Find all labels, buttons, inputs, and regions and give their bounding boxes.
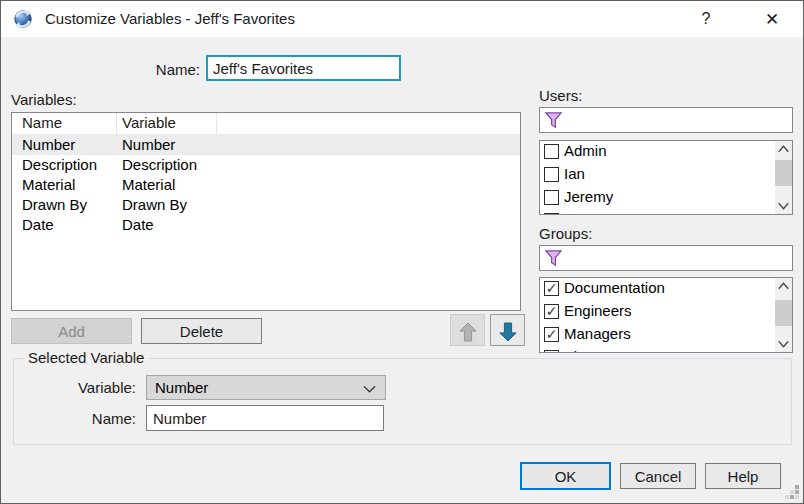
groups-list[interactable]: ✓ Documentation ✓ Engineers ✓ Managers ✓… xyxy=(539,277,793,353)
checkbox[interactable]: ✓ xyxy=(544,327,559,342)
down-arrow-icon xyxy=(499,321,517,343)
cell-variable: Date xyxy=(122,215,154,235)
cell-name: Date xyxy=(22,215,54,235)
table-row[interactable]: Date Date xyxy=(12,215,520,235)
list-item[interactable]: ✓ Managers xyxy=(540,324,792,347)
help-button[interactable]: Help xyxy=(705,463,781,489)
scrollbar[interactable] xyxy=(775,278,792,352)
user-name: Justin xyxy=(564,211,603,215)
help-titlebar-button[interactable]: ? xyxy=(683,1,729,37)
add-button[interactable]: Add xyxy=(11,318,132,344)
cell-variable: Description xyxy=(122,155,197,175)
user-name: Jeremy xyxy=(564,188,613,205)
user-name: Admin xyxy=(564,142,607,159)
list-item[interactable]: Jeremy xyxy=(540,187,792,210)
table-row[interactable]: Description Description xyxy=(12,155,520,175)
column-header-variable[interactable]: Variable xyxy=(122,114,176,131)
name-label: Name: xyxy=(101,61,200,78)
move-up-button[interactable] xyxy=(450,314,485,346)
cell-name: Drawn By xyxy=(22,195,87,215)
checkbox[interactable] xyxy=(544,144,559,159)
selected-name-input[interactable] xyxy=(146,405,384,431)
ok-button[interactable]: OK xyxy=(520,462,611,490)
cell-name: Material xyxy=(22,175,75,195)
group-name: Viewers xyxy=(564,348,617,353)
checkbox[interactable] xyxy=(544,167,559,182)
chevron-down-icon xyxy=(363,385,376,393)
customize-variables-dialog: Customize Variables - Jeff's Favorites ?… xyxy=(0,0,804,504)
list-item[interactable]: ✓ Engineers xyxy=(540,301,792,324)
column-divider xyxy=(116,113,117,135)
column-header-name[interactable]: Name xyxy=(22,114,62,131)
sync-icon xyxy=(12,8,34,30)
checkbox[interactable]: ✓ xyxy=(544,281,559,296)
scrollbar-thumb[interactable] xyxy=(775,300,792,326)
checkbox[interactable] xyxy=(544,190,559,205)
group-name: Managers xyxy=(564,325,631,342)
delete-button[interactable]: Delete xyxy=(141,318,262,344)
variables-list[interactable]: Name Variable Number Number Description … xyxy=(11,112,521,311)
group-name: Engineers xyxy=(564,302,632,319)
scrollbar[interactable] xyxy=(775,141,792,214)
close-icon[interactable]: ✕ xyxy=(747,1,797,37)
column-divider xyxy=(216,113,217,135)
groups-label: Groups: xyxy=(539,225,592,242)
checkbox[interactable]: ✓ xyxy=(544,350,559,353)
cell-variable: Material xyxy=(122,175,175,195)
user-name: Ian xyxy=(564,165,585,182)
users-filter-box xyxy=(539,107,793,133)
variable-dropdown[interactable]: Number xyxy=(146,375,386,400)
cell-variable: Drawn By xyxy=(122,195,187,215)
scrollbar-down-icon[interactable] xyxy=(775,336,792,352)
groupbox-legend: Selected Variable xyxy=(23,349,149,366)
checkbox[interactable]: ✓ xyxy=(544,304,559,319)
move-down-button[interactable] xyxy=(490,314,525,346)
scrollbar-down-icon[interactable] xyxy=(775,198,792,214)
list-item[interactable]: Justin xyxy=(540,210,792,215)
list-item[interactable]: ✓ Documentation xyxy=(540,278,792,301)
scrollbar-up-icon[interactable] xyxy=(775,278,792,294)
groups-filter-input[interactable] xyxy=(566,247,786,269)
users-label: Users: xyxy=(539,87,582,104)
variables-label: Variables: xyxy=(11,91,77,108)
up-arrow-icon xyxy=(459,321,477,343)
cell-variable: Number xyxy=(122,135,175,155)
table-row[interactable]: Drawn By Drawn By xyxy=(12,195,520,215)
cell-name: Description xyxy=(22,155,97,175)
cell-name: Number xyxy=(22,135,75,155)
variable-label: Variable: xyxy=(32,379,136,396)
table-row[interactable]: Material Material xyxy=(12,175,520,195)
checkbox[interactable] xyxy=(544,213,559,215)
variable-dropdown-value: Number xyxy=(155,379,208,396)
variables-list-header: Name Variable xyxy=(12,113,520,135)
resize-grip[interactable] xyxy=(785,485,800,500)
filter-funnel-icon xyxy=(544,249,563,268)
cancel-button[interactable]: Cancel xyxy=(620,463,696,489)
table-row[interactable]: Number Number xyxy=(12,135,520,155)
favorites-name-input[interactable] xyxy=(206,55,401,81)
list-item[interactable]: ✓ Viewers xyxy=(540,347,792,353)
list-item[interactable]: Admin xyxy=(540,141,792,164)
filter-funnel-icon xyxy=(544,111,563,130)
group-name: Documentation xyxy=(564,279,665,296)
list-item[interactable]: Ian xyxy=(540,164,792,187)
users-filter-input[interactable] xyxy=(566,109,786,131)
scrollbar-up-icon[interactable] xyxy=(775,141,792,157)
scrollbar-thumb[interactable] xyxy=(775,160,792,186)
selected-name-label: Name: xyxy=(32,410,136,427)
selected-variable-groupbox: Selected Variable Variable: Number Name: xyxy=(13,358,792,445)
users-list[interactable]: Admin Ian Jeremy Justin xyxy=(539,140,793,215)
dialog-title: Customize Variables - Jeff's Favorites xyxy=(45,1,295,37)
groups-filter-box xyxy=(539,245,793,271)
titlebar[interactable]: Customize Variables - Jeff's Favorites ?… xyxy=(1,1,803,37)
